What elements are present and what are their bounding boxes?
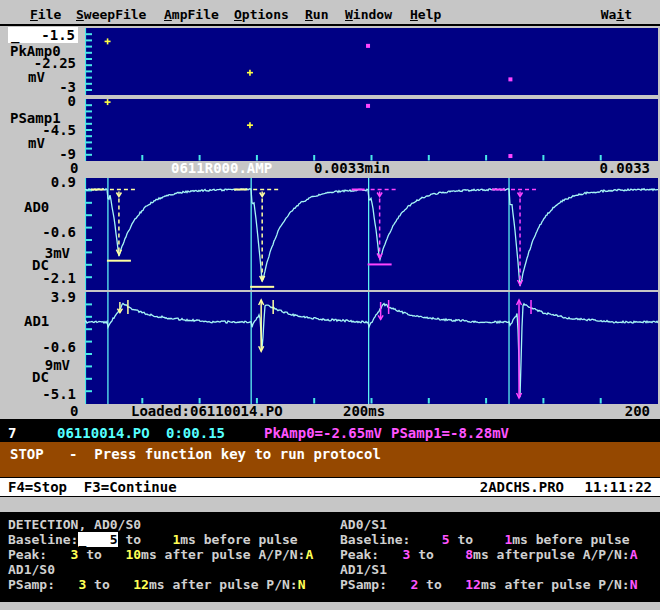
detection-value[interactable]: A (305, 547, 313, 562)
loaded-file-label: Loaded:06110014.PO (131, 404, 283, 419)
detection-value[interactable]: 3 (55, 577, 86, 592)
amp-file-label: 0611R000.AMP (171, 161, 272, 176)
detection-value[interactable]: N (298, 577, 306, 592)
detection-value[interactable]: 10 (125, 547, 141, 562)
detection-row: PSamp: 2 to 12ms after pulse P/N:N (340, 577, 637, 592)
detection-row: Peak: 3 to 10ms after pulse A/P/N:A (8, 547, 313, 562)
detection-label: Peak: (340, 547, 379, 562)
ad1-channel-label: AD1 (24, 314, 49, 329)
x1-scale-label: 0.0033min (314, 161, 390, 176)
pkamp0-scatter-plot (85, 28, 658, 95)
detection-label: to (118, 532, 173, 547)
detection-value[interactable]: 12 (133, 577, 149, 592)
detection-title-left: DETECTION, AD0/S0 (8, 517, 141, 532)
ad1-ymax-label: 3.9 (0, 290, 76, 305)
detection-label: to (410, 547, 465, 562)
detection-value[interactable]: 8 (465, 547, 473, 562)
menu-bar: FileSweepFileAmpFileOptionsRunWindowHelp… (0, 0, 660, 24)
detection-label: ms before pulse (512, 532, 629, 547)
detection-value[interactable]: N (630, 577, 638, 592)
ad0-svg (85, 178, 658, 290)
detection-label: AD1/S0 (8, 562, 55, 577)
clock: 11:11:22 (585, 479, 652, 495)
elapsed-time: 0:00.15 (166, 425, 225, 441)
menu-item-file[interactable]: File (30, 7, 61, 22)
detection-label: Peak: (8, 547, 47, 562)
menu-item-ampfile[interactable]: AmpFile (164, 7, 219, 22)
detection-label: to (418, 577, 465, 592)
ad0-ymin-label: -2.1 (0, 271, 76, 286)
detection-value[interactable]: A (630, 547, 638, 562)
x2-origin-label: 0 (70, 404, 78, 419)
wait-indicator[interactable]: Wait (601, 7, 632, 22)
separator-strip (0, 497, 660, 512)
detection-label: PSamp: (8, 577, 55, 592)
detection-label: AD1/S1 (340, 562, 387, 577)
x2-right-label: 200 (625, 404, 650, 419)
ad0-trace-plot (85, 178, 658, 290)
detection-row: Baseline: 5 to 1ms before pulse (340, 532, 630, 547)
psamp1-svg (85, 99, 658, 161)
detection-label: ms after pulse A/P/N: (141, 547, 305, 562)
data-file-name: 06110014.PO (57, 425, 150, 441)
detection-row: PSamp: 3 to 12ms after pulse P/N:N (8, 577, 305, 592)
detection-value[interactable]: 5 (410, 532, 449, 547)
ad1-ymid-label: -0.6 (0, 340, 76, 355)
axis-limit-value: -1.5 (41, 27, 75, 43)
detection-label: PSamp: (340, 577, 387, 592)
detection-row: Peak: 3 to 8ms afterpulse A/P/N:A (340, 547, 637, 562)
detection-row: AD1/S1 (340, 562, 387, 577)
ad0-ymax-label: 0.9 (0, 175, 76, 190)
detection-label: to (78, 547, 125, 562)
pkamp0-ymin-label: -3 (0, 80, 76, 95)
bottom-strip (0, 602, 660, 610)
ad1-coupling-label: DC (32, 370, 49, 385)
detection-row: Baseline:_ 5 to 1ms before pulse (8, 532, 298, 547)
status-console: 7 06110014.PO 0:00.15 PkAmp0=-2.65mV PSa… (0, 419, 660, 442)
menu-item-options[interactable]: Options (234, 7, 289, 22)
detection-label: ms after pulse P/N: (149, 577, 298, 592)
psamp1-ymin-label: -9 (0, 147, 76, 162)
x1-right-label: 0.0033 (599, 161, 650, 176)
psamp1-readout: PSamp1=-8.28mV (391, 425, 509, 441)
ad1-ymin-label: -5.1 (0, 387, 76, 402)
detection-label: ms afterpulse A/P/N: (473, 547, 630, 562)
detection-label: to (86, 577, 133, 592)
detection-value[interactable]: 3 (379, 547, 410, 562)
protocol-file-name: 2ADCHS.PRO (480, 479, 564, 495)
ad1-trace-plot (85, 292, 658, 404)
detection-label: to (450, 532, 505, 547)
detection-label: ms after pulse P/N: (481, 577, 630, 592)
menu-item-window[interactable]: Window (345, 7, 392, 22)
detection-label: Baseline: (340, 532, 410, 547)
app-screen: FileSweepFileAmpFileOptionsRunWindowHelp… (0, 0, 660, 610)
detection-row: AD1/S0 (8, 562, 55, 577)
pkamp0-svg (85, 28, 658, 95)
psamp1-ymax-label: 0 (0, 94, 76, 109)
ad0-ymid-label: -0.6 (0, 225, 76, 240)
menu-item-help[interactable]: Help (410, 7, 441, 22)
sweep-number: 7 (8, 425, 16, 441)
edit-cursor: _ (11, 27, 19, 43)
pkamp0-readout: PkAmp0=-2.65mV (264, 425, 382, 441)
menu-item-sweepfile[interactable]: SweepFile (76, 7, 146, 22)
menu-separator (0, 24, 660, 26)
psamp1-scatter-plot (85, 99, 658, 161)
stop-status-message: STOP - Press function key to run protoco… (10, 446, 381, 462)
x2-scale-label: 200ms (343, 404, 385, 419)
axis-limit-edit-field[interactable]: _ -1.5 (8, 27, 78, 43)
menu-item-run[interactable]: Run (305, 7, 328, 22)
detection-label: ms before pulse (180, 532, 297, 547)
ad0-channel-label: AD0 (24, 200, 49, 215)
detection-value[interactable]: 3 (47, 547, 78, 562)
detection-title-right: AD0/S1 (340, 517, 387, 532)
detection-panel: DETECTION, AD0/S0Baseline:_ 5 to 1ms bef… (0, 512, 660, 602)
detection-label: Baseline: (8, 532, 78, 547)
function-key-bar: F4=Stop F3=Continue 2ADCHS.PRO 11:11:22 (0, 477, 660, 497)
detection-edit-field[interactable]: _ 5 (78, 532, 117, 547)
protocol-status-band: STOP - Press function key to run protoco… (0, 442, 660, 477)
detection-value[interactable]: 12 (465, 577, 481, 592)
detection-value[interactable]: 2 (387, 577, 418, 592)
fkey-hints: F4=Stop F3=Continue (8, 479, 177, 495)
ad1-svg (85, 292, 658, 404)
